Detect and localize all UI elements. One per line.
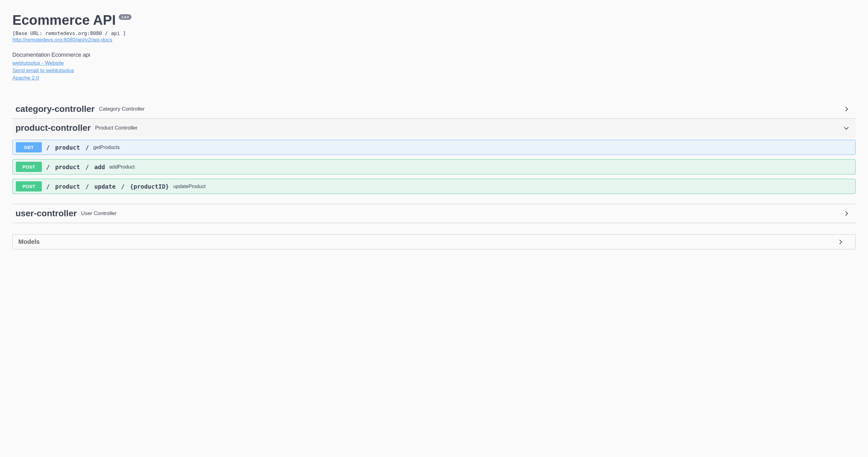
base-url: [Base URL: remotedevs.org:8080 / api ] (12, 30, 856, 36)
method-badge-post: POST (16, 162, 42, 172)
models-title: Models (18, 238, 837, 246)
license-link[interactable]: Apache 2.0 (12, 75, 856, 81)
api-docs-link[interactable]: http://remotedevs.org:8080/api/v2/api-do… (12, 37, 112, 43)
tag-header-product-controller[interactable]: product-controller Product Controller (12, 119, 856, 137)
operation-summary: updateProduct (173, 184, 206, 189)
tag-product-controller: product-controller Product Controller GE… (12, 119, 856, 204)
tag-header-category-controller[interactable]: category-controller Category Controller (12, 100, 856, 118)
api-title: Ecommerce API (12, 12, 116, 28)
tag-user-controller: user-controller User Controller (12, 204, 856, 223)
tag-name: user-controller (12, 208, 77, 219)
contact-email-link[interactable]: Send email to webtutsplus (12, 68, 856, 74)
api-description: Documentation Ecommerce api (12, 52, 856, 58)
operation-summary: addProduct (110, 164, 135, 170)
chevron-down-icon (843, 125, 849, 131)
operation-summary: getProducts (93, 145, 120, 150)
tag-description: Category Controller (99, 106, 843, 112)
tag-header-user-controller[interactable]: user-controller User Controller (12, 204, 856, 223)
chevron-right-icon (843, 106, 849, 112)
tag-description: Product Controller (95, 125, 843, 131)
tag-category-controller: category-controller Category Controller (12, 100, 856, 119)
models-toggle[interactable]: Models (12, 234, 856, 250)
operations-list: GET / product / getProducts POST / produ… (12, 137, 856, 204)
method-badge-get: GET (16, 142, 42, 153)
api-info: Ecommerce API 1.0.0 [Base URL: remotedev… (12, 12, 856, 81)
tag-name: product-controller (12, 123, 91, 133)
operation-update-product[interactable]: POST / product / update / {productID} up… (12, 179, 856, 194)
operation-get-products[interactable]: GET / product / getProducts (12, 140, 856, 155)
chevron-right-icon (843, 210, 849, 217)
method-badge-post: POST (16, 181, 42, 192)
operation-add-product[interactable]: POST / product / add addProduct (12, 159, 856, 174)
tag-description: User Controller (81, 210, 843, 217)
chevron-right-icon (837, 239, 843, 245)
tag-name: category-controller (12, 104, 95, 114)
operation-path: / product / add (46, 164, 105, 170)
operation-path: / product / update / {productID} (46, 183, 169, 190)
operation-path: / product / (46, 144, 89, 151)
tags-container: category-controller Category Controller … (12, 100, 856, 223)
version-badge: 1.0.0 (119, 14, 131, 20)
contact-website-link[interactable]: webtutsplus - Website (12, 60, 856, 66)
models-section: Models (12, 234, 856, 250)
